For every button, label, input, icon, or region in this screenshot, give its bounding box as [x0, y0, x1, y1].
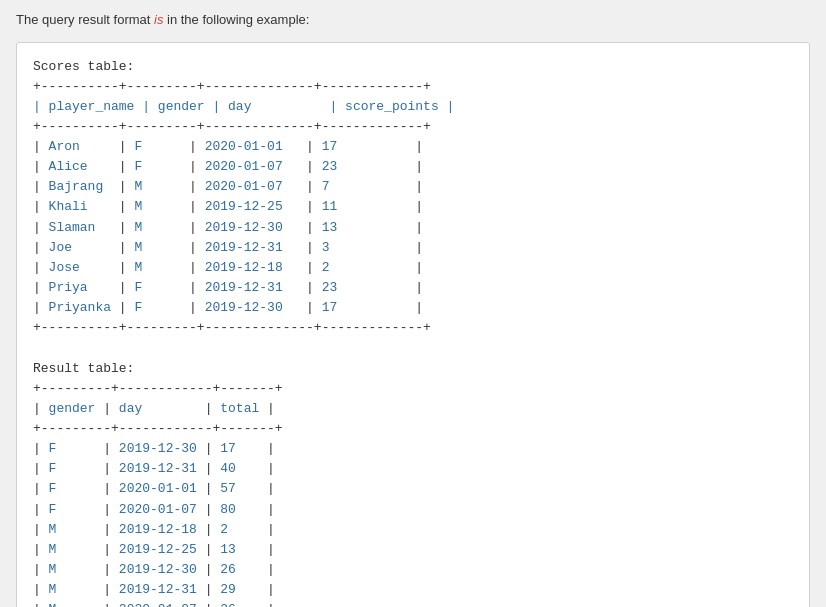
result-row-4: | M | 2019-12-18 | 2 | [33, 522, 275, 537]
content-box: Scores table: +----------+---------+----… [16, 42, 810, 608]
result-row-0: | F | 2019-12-30 | 17 | [33, 441, 275, 456]
result-row-8: | M | 2020-01-07 | 36 | [33, 602, 275, 607]
scores-row-5: | Joe | M | 2019-12-31 | 3 | [33, 240, 423, 255]
scores-border-bottom: +----------+---------+--------------+---… [33, 320, 431, 335]
result-border-top: +---------+------------+-------+ [33, 381, 283, 396]
scores-border-sep: +----------+---------+--------------+---… [33, 119, 431, 134]
scores-row-8: | Priyanka | F | 2019-12-30 | 17 | [33, 300, 423, 315]
scores-label: Scores table: [33, 59, 134, 74]
result-row-2: | F | 2020-01-01 | 57 | [33, 481, 275, 496]
result-row-5: | M | 2019-12-25 | 13 | [33, 542, 275, 557]
scores-row-7: | Priya | F | 2019-12-31 | 23 | [33, 280, 423, 295]
scores-row-3: | Khali | M | 2019-12-25 | 11 | [33, 199, 423, 214]
result-header: | gender | day | total | [33, 401, 275, 416]
scores-row-6: | Jose | M | 2019-12-18 | 2 | [33, 260, 423, 275]
result-row-3: | F | 2020-01-07 | 80 | [33, 502, 275, 517]
result-border-sep: +---------+------------+-------+ [33, 421, 283, 436]
result-row-1: | F | 2019-12-31 | 40 | [33, 461, 275, 476]
scores-row-1: | Alice | F | 2020-01-07 | 23 | [33, 159, 423, 174]
scores-border-top: +----------+---------+--------------+---… [33, 79, 431, 94]
result-label: Result table: [33, 361, 134, 376]
scores-row-0: | Aron | F | 2020-01-01 | 17 | [33, 139, 423, 154]
scores-section: Scores table: +----------+---------+----… [33, 57, 793, 608]
intro-paragraph: The query result format is in the follow… [16, 10, 810, 30]
scores-row-4: | Slaman | M | 2019-12-30 | 13 | [33, 220, 423, 235]
scores-header: | player_name | gender | day | score_poi… [33, 99, 454, 114]
result-row-6: | M | 2019-12-30 | 26 | [33, 562, 275, 577]
highlight-is: is [154, 12, 163, 27]
result-row-7: | M | 2019-12-31 | 29 | [33, 582, 275, 597]
scores-row-2: | Bajrang | M | 2020-01-07 | 7 | [33, 179, 423, 194]
